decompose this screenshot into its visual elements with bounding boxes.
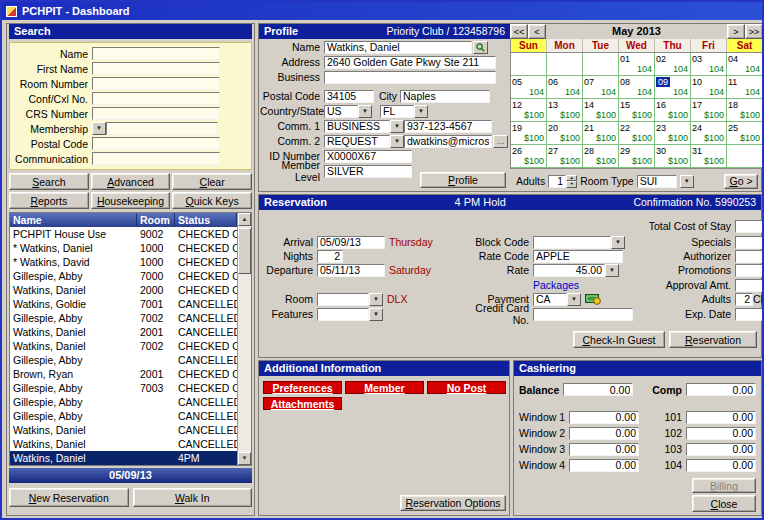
room-type-dropdown-icon[interactable]: ▼ [680,175,694,188]
attachments-lamp-button[interactable]: Attachments [263,397,342,410]
walk-in-button[interactable]: Walk In [133,488,253,507]
check-in-guest-button[interactable]: Check-In Guest [573,331,665,348]
column-header-name[interactable]: Name [10,213,137,227]
member-lamp-button[interactable]: Member [345,381,424,394]
comp-input[interactable] [686,383,756,396]
calendar-day-cell[interactable]: 27$100 [547,145,583,168]
table-row[interactable]: Gillespie, AbbyCANCELLED [10,395,237,409]
country-input[interactable] [324,105,358,118]
name-lookup-icon[interactable] [473,41,488,54]
calendar-day-cell[interactable]: 29$100 [619,145,655,168]
adults-down-icon[interactable]: ▼ [566,181,577,188]
room-102-amount-input[interactable] [686,427,756,440]
table-row[interactable]: * Watkins, Daniel1000CHECKED OUT [10,241,237,255]
name-input[interactable] [324,41,472,54]
state-input[interactable] [380,105,414,118]
room-104-amount-input[interactable] [686,459,756,472]
membership-dropdown-icon[interactable]: ▼ [92,122,106,135]
comm2-ellipsis-button[interactable]: … [493,135,508,148]
id-number-input[interactable] [324,150,412,163]
column-header-status[interactable]: Status [175,213,237,227]
adults-stepper[interactable]: ▲ ▼ [548,175,577,188]
res-adults-input[interactable] [735,293,753,306]
comm1-value-input[interactable] [404,120,492,133]
member-level-input[interactable] [324,165,412,178]
billing-button[interactable]: Billing [692,478,756,493]
scroll-down-icon[interactable]: ▼ [238,452,251,465]
table-row[interactable]: Gillespie, AbbyCANCELLED [10,409,237,423]
advanced-button[interactable]: Advanced [91,173,171,190]
calendar-day-cell[interactable]: 25$100 [727,122,763,145]
calendar-day-cell[interactable]: 19$100 [511,122,547,145]
calendar-day-cell[interactable]: 05104 [511,76,547,99]
calendar-day-cell[interactable]: 04104 [727,53,763,76]
search-input-crs-number[interactable] [92,107,220,120]
calendar-day-cell[interactable]: 07104 [583,76,619,99]
calendar-day-cell[interactable]: 26$100 [511,145,547,168]
calendar-next-year-button[interactable]: >> [745,24,763,39]
search-input-membership[interactable] [106,122,218,135]
close-button[interactable]: Close [692,495,756,512]
search-input-room-number[interactable] [92,77,220,90]
table-row[interactable]: * Watkins, David1000CHECKED OUT [10,255,237,269]
column-header-room[interactable]: Room [137,213,175,227]
table-row[interactable]: PCHPIT House Use9002CHECKED OUT [10,227,237,241]
table-row[interactable]: Gillespie, Abby7002CANCELLED [10,311,237,325]
adults-count-input[interactable] [548,175,566,188]
calendar-prev-year-button[interactable]: << [510,24,528,39]
table-row[interactable]: Watkins, DanielCANCELLED [10,423,237,437]
calendar-day-cell[interactable]: 08104 [619,76,655,99]
calendar-day-cell[interactable]: 20$100 [547,122,583,145]
calendar-day-cell[interactable]: 23$100 [655,122,691,145]
search-input-conf-cxl-no[interactable] [92,92,220,105]
calendar-day-cell[interactable]: 10104 [691,76,727,99]
room-input[interactable] [317,293,369,306]
postal-code-input[interactable] [324,90,374,103]
calendar-day-cell[interactable]: 17$100 [691,99,727,122]
table-row[interactable]: Watkins, Daniel7002CHECKED OUT [10,339,237,353]
calendar-day-cell[interactable]: 12$100 [511,99,547,122]
calendar-day-cell[interactable]: 16$100 [655,99,691,122]
table-row[interactable]: Watkins, DanielCANCELLED [10,437,237,451]
calendar-prev-month-button[interactable]: < [528,24,546,39]
scrollbar-thumb[interactable] [238,228,251,274]
comm1-dropdown-icon[interactable]: ▼ [390,120,404,133]
packages-link[interactable]: Packages [533,279,579,291]
block-code-input[interactable] [533,236,611,249]
calendar-day-cell[interactable]: 03104 [691,53,727,76]
window-1-amount-input[interactable] [569,411,639,424]
exp-date-input[interactable] [735,308,764,321]
window-4-amount-input[interactable] [569,459,639,472]
search-input-communication[interactable] [92,152,220,165]
table-row[interactable]: Watkins, Daniel4PM [10,451,237,465]
profile-button[interactable]: Profile [420,172,506,188]
table-row[interactable]: Gillespie, Abby7003CHECKED OUT [10,381,237,395]
approval-amount-input[interactable] [735,279,764,292]
calendar-day-cell[interactable]: 28$100 [583,145,619,168]
calendar-day-cell[interactable]: 22$100 [619,122,655,145]
table-row[interactable]: Brown, Ryan2001CHECKED OUT [10,367,237,381]
table-row[interactable]: Gillespie, AbbyCANCELLED [10,353,237,367]
nights-input[interactable] [317,250,343,263]
room-dropdown-icon[interactable]: ▼ [369,293,383,306]
calendar-day-cell[interactable]: 06104 [547,76,583,99]
comm2-dropdown-icon[interactable]: ▼ [390,135,404,148]
departure-input[interactable] [317,264,385,277]
search-input-name[interactable] [92,47,220,60]
room-103-amount-input[interactable] [686,443,756,456]
scrollbar-track[interactable] [238,226,251,452]
features-dropdown-icon[interactable]: ▼ [369,308,383,321]
scroll-up-icon[interactable]: ▲ [238,213,251,226]
calendar-next-month-button[interactable]: > [727,24,745,39]
rate-input[interactable] [533,264,605,277]
reservation-button[interactable]: Reservation [669,331,757,348]
calendar-day-cell[interactable]: 02104 [655,53,691,76]
new-reservation-button[interactable]: New Reservation [9,488,129,507]
no-post-lamp-button[interactable]: No Post [427,381,506,394]
window-3-amount-input[interactable] [569,443,639,456]
calendar-day-cell[interactable]: 01104 [619,53,655,76]
city-input[interactable] [400,90,490,103]
calendar-day-cell[interactable]: 15$100 [619,99,655,122]
search-button[interactable]: Search [9,173,89,190]
block-code-dropdown-icon[interactable]: ▼ [611,236,625,249]
